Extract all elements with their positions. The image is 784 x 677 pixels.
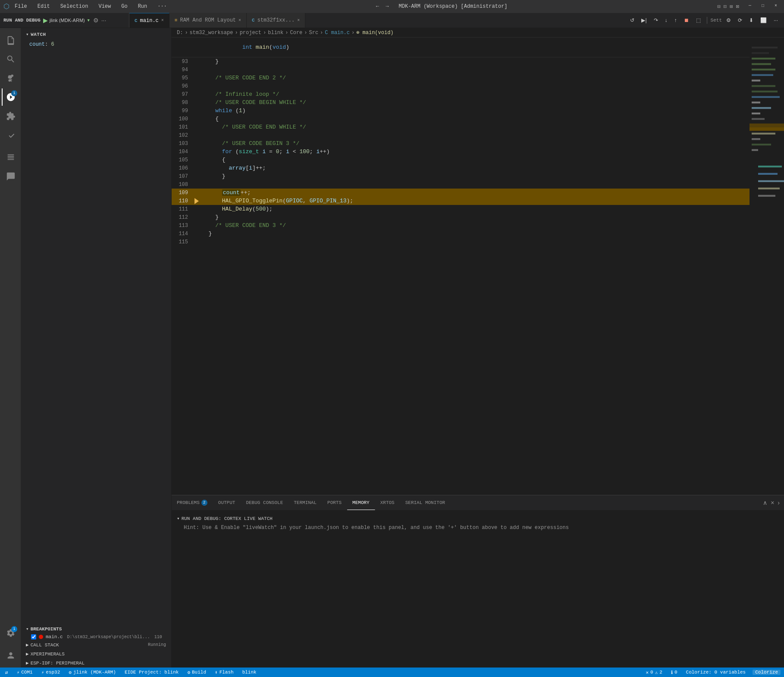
- panel-nav-btn[interactable]: ›: [777, 498, 781, 507]
- panel-content: ▾ RUN AND DEBUG: CORTEX LIVE WATCH Hint:…: [172, 510, 784, 668]
- menu-run[interactable]: Run: [136, 3, 149, 10]
- tab-main-c[interactable]: C main.c ×: [129, 13, 169, 28]
- maximize-btn[interactable]: □: [758, 3, 768, 11]
- tab-ram-rom[interactable]: ≡ RAM And ROM Layout ×: [169, 13, 247, 28]
- svg-rect-5: [752, 69, 775, 70]
- run-more-btn[interactable]: ⚙: [724, 16, 734, 25]
- activity-run-debug[interactable]: 1: [2, 88, 19, 106]
- status-colorize[interactable]: Colorize: 0 variables: [684, 670, 748, 675]
- info-icon: ℹ: [671, 670, 673, 675]
- panel-more-btn[interactable]: ···: [771, 16, 781, 25]
- code-editor: int main(void) 93 } 94: [172, 38, 750, 495]
- debug-step-out-btn[interactable]: ↑: [672, 16, 680, 25]
- menu-go[interactable]: Go: [119, 3, 129, 10]
- panel-tab-ports[interactable]: PORTS: [322, 495, 347, 510]
- activity-search[interactable]: [2, 50, 19, 68]
- svg-rect-15: [750, 123, 784, 127]
- activity-explorer[interactable]: [2, 31, 19, 49]
- panel-tab-output[interactable]: OUTPUT: [213, 495, 241, 510]
- panel-tab-memory[interactable]: MEMORY: [347, 495, 375, 510]
- xrtos-label: XRTOS: [380, 500, 395, 505]
- activity-settings[interactable]: 1: [2, 624, 19, 642]
- menu-selection[interactable]: Selection: [59, 3, 90, 10]
- gear-button[interactable]: ⚙: [93, 17, 99, 24]
- breadcrumb-workspace: stm32_worksape: [190, 30, 233, 36]
- panel-section-header[interactable]: ▾ RUN AND DEBUG: CORTEX LIVE WATCH: [177, 514, 779, 523]
- tab-close-stm32[interactable]: ×: [297, 18, 300, 23]
- chevron-right-icon: ▶: [26, 660, 29, 666]
- status-info[interactable]: ℹ 0: [669, 670, 679, 675]
- panel-close-btn[interactable]: ×: [770, 498, 775, 507]
- svg-rect-23: [758, 180, 784, 182]
- layout-btn[interactable]: ⬚: [693, 16, 703, 25]
- activity-account[interactable]: [2, 647, 19, 664]
- menu-edit[interactable]: Edit: [36, 3, 52, 10]
- code-line-109: 109 count++;: [172, 189, 750, 197]
- tab-close-main-c[interactable]: ×: [161, 18, 164, 23]
- code-scroll[interactable]: 93 } 94 95 /* USER CODE EN: [172, 57, 750, 495]
- status-jlink[interactable]: ⚙ jlink (MDK-ARM): [67, 670, 118, 675]
- debug-run-button[interactable]: ▶ jlink (MDK-ARM) ▼: [43, 17, 91, 24]
- flash-icon: ⬇: [215, 670, 218, 675]
- panel-tab-serial-monitor[interactable]: SERIAL MONITOR: [400, 495, 451, 510]
- menu-view[interactable]: View: [97, 3, 113, 10]
- sync-btn[interactable]: ⟳: [735, 16, 745, 25]
- status-com1[interactable]: ⚡ COM1: [15, 670, 34, 675]
- settings-badge: 1: [11, 626, 17, 632]
- panel-tab-xrtos[interactable]: XRTOS: [375, 495, 400, 510]
- debug-step-into-btn[interactable]: ↓: [662, 16, 670, 25]
- status-blink[interactable]: blink: [241, 670, 258, 675]
- panel-tab-debug-console[interactable]: DEBUG CONSOLE: [241, 495, 289, 510]
- breadcrumb-drive: D:: [177, 30, 183, 36]
- minimap-content: [750, 38, 784, 495]
- activity-source-control[interactable]: [2, 69, 19, 87]
- svg-rect-20: [752, 149, 758, 151]
- esp32-label: esp32: [46, 670, 60, 675]
- status-errors[interactable]: ✕ 0 ⚠ 2: [644, 670, 664, 675]
- status-remote[interactable]: ⇄: [3, 670, 10, 675]
- jlink-icon: ⚙: [69, 670, 72, 675]
- callstack-section[interactable]: ▶ CALL STACK Running: [21, 640, 171, 649]
- panel-tabs: PROBLEMS 2 OUTPUT DEBUG CONSOLE TERMINAL…: [172, 495, 784, 510]
- breakpoints-section-header[interactable]: ▾ BREAKPOINTS: [21, 624, 171, 633]
- esp-idf-section[interactable]: ▶ ESP-IDF: PERIPHERAL: [21, 658, 171, 668]
- activity-testing[interactable]: [2, 126, 19, 144]
- status-esp32[interactable]: ⚡ esp32: [40, 670, 62, 675]
- nav-forward[interactable]: →: [386, 3, 389, 9]
- debug-continue-btn[interactable]: ▶|: [639, 16, 649, 25]
- activity-chat[interactable]: [2, 168, 19, 185]
- nav-back[interactable]: ←: [376, 3, 379, 9]
- debug-restart-btn[interactable]: ↺: [627, 16, 637, 25]
- activity-remote[interactable]: [2, 149, 19, 166]
- titlebar-menu: File Edit Selection View Go Run ···: [13, 3, 169, 10]
- panel-tab-terminal[interactable]: TERMINAL: [289, 495, 322, 510]
- activity-extensions[interactable]: [2, 107, 19, 125]
- code-line-112: 112 }: [172, 213, 750, 221]
- breakpoint-checkbox[interactable]: [31, 634, 36, 639]
- xperipherals-section[interactable]: ▶ XPERIPHERALS: [21, 649, 171, 658]
- svg-rect-7: [752, 80, 760, 82]
- status-build[interactable]: ⚙ Build: [185, 670, 208, 675]
- minimize-btn[interactable]: ─: [745, 3, 755, 11]
- svg-rect-22: [758, 173, 778, 175]
- debug-step-over-btn[interactable]: ↷: [651, 16, 661, 25]
- svg-rect-0: [750, 38, 784, 495]
- code-line-106: 106 array[i]++;: [172, 164, 750, 172]
- menu-more[interactable]: ···: [156, 3, 169, 10]
- tab-close-ram-rom[interactable]: ×: [238, 18, 241, 23]
- statusbar-left: ⇄ ⚡ COM1 ⚡ esp32 ⚙ jlink (MDK-ARM) EIDE …: [3, 670, 258, 675]
- tab-stm32[interactable]: C stm32f1xx... ×: [247, 13, 305, 28]
- status-colorize-btn[interactable]: Colorize: [753, 670, 781, 675]
- close-btn[interactable]: ×: [771, 3, 781, 11]
- menu-file[interactable]: File: [13, 3, 29, 10]
- status-eide[interactable]: EIDE Project: blink: [123, 670, 180, 675]
- debug-stop-btn[interactable]: ⏹: [681, 16, 692, 25]
- sidebar-toggle-btn[interactable]: ⬜: [758, 16, 769, 25]
- panel-up-btn[interactable]: ∧: [762, 498, 768, 507]
- panel-tab-problems[interactable]: PROBLEMS 2: [172, 495, 213, 510]
- status-flash[interactable]: ⬇ Flash: [213, 670, 235, 675]
- svg-rect-3: [752, 58, 775, 60]
- flash-btn[interactable]: ⬇: [746, 16, 756, 25]
- more-button[interactable]: ···: [101, 17, 107, 24]
- code-line-95: 95 /* USER CODE END 2 */: [172, 74, 750, 82]
